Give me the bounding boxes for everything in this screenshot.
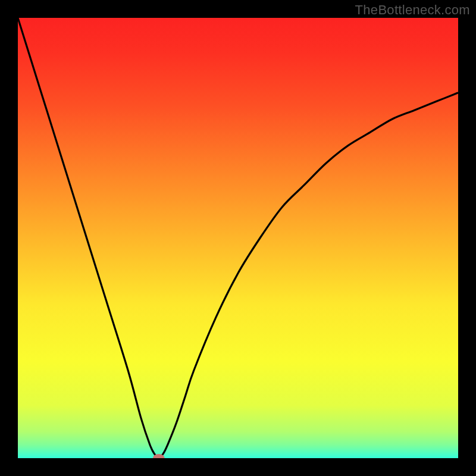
chart-frame: TheBottleneck.com [0, 0, 476, 476]
plot-area [18, 18, 458, 458]
bottleneck-chart [18, 18, 458, 458]
watermark-text: TheBottleneck.com [355, 2, 470, 18]
gradient-background [18, 18, 458, 458]
